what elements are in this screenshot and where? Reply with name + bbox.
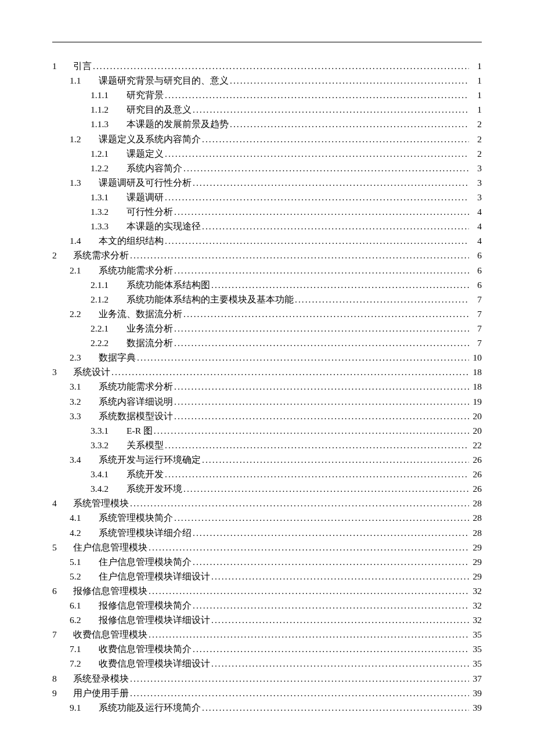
toc-entry[interactable]: 9用户使用手册39	[52, 686, 482, 700]
toc-page: 32	[469, 613, 482, 627]
toc-entry[interactable]: 4.2系统管理模块详细介绍28	[52, 525, 482, 540]
toc-entry[interactable]: 3.3.2关系模型22	[52, 438, 482, 452]
toc-title: 报修信息管理模块简介	[99, 598, 193, 613]
toc-entry[interactable]: 1.1.1研究背景1	[52, 88, 482, 102]
toc-number: 1.2.2	[91, 161, 127, 175]
toc-title: 住户信息管理模块简介	[99, 555, 193, 569]
toc-title: 报修信息管理模块	[73, 584, 149, 598]
toc-entry[interactable]: 6.1报修信息管理模块简介32	[52, 598, 482, 613]
toc-entry[interactable]: 2.1系统功能需求分析6	[52, 263, 482, 278]
toc-number: 1.1	[70, 73, 99, 88]
toc-page: 4	[469, 233, 482, 248]
toc-entry[interactable]: 1.3.1课题调研3	[52, 190, 482, 204]
toc-entry[interactable]: 3.4.1系统开发26	[52, 467, 482, 481]
toc-leader-dots	[202, 452, 469, 467]
toc-page: 22	[469, 438, 482, 452]
toc-page: 7	[469, 307, 482, 321]
toc-leader-dots	[174, 379, 469, 394]
toc-entry[interactable]: 8系统登录模块37	[52, 671, 482, 686]
toc-entry[interactable]: 9.1系统功能及运行环境简介39	[52, 700, 482, 715]
toc-number: 7	[52, 627, 73, 642]
toc-number: 3	[52, 365, 73, 379]
toc-title: 系统内容详细说明	[99, 394, 174, 409]
toc-title: 住户信息管理模块详细设计	[99, 569, 211, 584]
toc-entry[interactable]: 2.3数据字典10	[52, 350, 482, 365]
toc-number: 3.4	[70, 452, 99, 467]
toc-entry[interactable]: 1.3.3本课题的实现途径4	[52, 219, 482, 233]
toc-page: 29	[469, 569, 482, 584]
toc-title: 系统开发	[127, 467, 165, 481]
toc-title: 课题定义及系统内容简介	[99, 132, 202, 146]
toc-leader-dots	[202, 700, 469, 715]
toc-title: 住户信息管理模块	[73, 540, 149, 555]
toc-entry[interactable]: 1.3课题调研及可行性分析3	[52, 175, 482, 190]
toc-entry[interactable]: 1.1.3本课题的发展前景及趋势2	[52, 117, 482, 131]
toc-entry[interactable]: 7.2收费信息管理模块详细设计35	[52, 656, 482, 671]
toc-leader-dots	[149, 627, 469, 642]
toc-entry[interactable]: 1.2课题定义及系统内容简介2	[52, 132, 482, 146]
toc-leader-dots	[93, 59, 469, 73]
toc-number: 3.3.1	[91, 423, 127, 438]
toc-entry[interactable]: 1.3.2可行性分析4	[52, 204, 482, 219]
toc-entry[interactable]: 1.4本文的组织结构4	[52, 233, 482, 248]
toc-entry[interactable]: 3.1系统功能需求分析18	[52, 379, 482, 394]
toc-title: 收费信息管理模块	[73, 627, 149, 642]
toc-title: 收费信息管理模块简介	[99, 642, 193, 656]
toc-page: 3	[469, 175, 482, 190]
toc-number: 1	[52, 59, 73, 73]
toc-entry[interactable]: 3.4系统开发与运行环境确定26	[52, 452, 482, 467]
toc-page: 29	[469, 540, 482, 555]
toc-number: 3.4.2	[91, 481, 127, 496]
toc-entry[interactable]: 1引言1	[52, 59, 482, 73]
toc-entry[interactable]: 3.4.2系统开发环境26	[52, 481, 482, 496]
toc-entry[interactable]: 7.1收费信息管理模块简介35	[52, 642, 482, 656]
toc-entry[interactable]: 7收费信息管理模块35	[52, 627, 482, 642]
toc-entry[interactable]: 5.2住户信息管理模块详细设计29	[52, 569, 482, 584]
toc-number: 2.2	[70, 307, 99, 321]
toc-page: 7	[469, 292, 482, 307]
toc-leader-dots	[202, 219, 469, 233]
toc-entry[interactable]: 3系统设计18	[52, 365, 482, 379]
toc-number: 2.1	[70, 263, 99, 278]
toc-number: 5	[52, 540, 73, 555]
toc-leader-dots	[165, 438, 469, 452]
toc-entry[interactable]: 1.1课题研究背景与研究目的、意义1	[52, 73, 482, 88]
toc-entry[interactable]: 6报修信息管理模块32	[52, 584, 482, 598]
toc-entry[interactable]: 6.2报修信息管理模块详细设计32	[52, 613, 482, 627]
toc-title: 系统功能体系结构图	[127, 278, 211, 292]
toc-title: 研究背景	[127, 88, 165, 102]
toc-page: 6	[469, 278, 482, 292]
toc-entry[interactable]: 2.2业务流、数据流分析7	[52, 307, 482, 321]
toc-leader-dots	[183, 307, 469, 321]
toc-entry[interactable]: 3.3.1E-R 图20	[52, 423, 482, 438]
toc-entry[interactable]: 2.2.2数据流分析7	[52, 336, 482, 350]
toc-entry[interactable]: 4系统管理模块28	[52, 496, 482, 510]
toc-entry[interactable]: 1.1.2研究目的及意义1	[52, 102, 482, 117]
toc-title: 系统开发环境	[127, 481, 183, 496]
toc-leader-dots	[211, 569, 469, 584]
toc-number: 4	[52, 496, 73, 510]
toc-entry[interactable]: 3.3系统数据模型设计20	[52, 409, 482, 423]
toc-entry[interactable]: 2系统需求分析6	[52, 248, 482, 262]
toc-title: 数据字典	[99, 350, 137, 365]
toc-page: 39	[469, 700, 482, 715]
toc-title: 系统管理模块简介	[99, 510, 174, 525]
toc-title: 系统登录模块	[73, 671, 130, 686]
toc-entry[interactable]: 3.2系统内容详细说明19	[52, 394, 482, 409]
toc-entry[interactable]: 1.2.1课题定义2	[52, 146, 482, 161]
toc-entry[interactable]: 5.1住户信息管理模块简介29	[52, 555, 482, 569]
toc-number: 1.1.2	[91, 102, 127, 117]
toc-page: 35	[469, 642, 482, 656]
toc-entry[interactable]: 2.2.1业务流分析7	[52, 321, 482, 336]
toc-number: 4.1	[70, 510, 99, 525]
toc-entry[interactable]: 1.2.2系统内容简介3	[52, 161, 482, 175]
toc-entry[interactable]: 2.1.1系统功能体系结构图6	[52, 278, 482, 292]
toc-entry[interactable]: 5住户信息管理模块29	[52, 540, 482, 555]
toc-title: 系统内容简介	[127, 161, 183, 175]
toc-entry[interactable]: 4.1系统管理模块简介28	[52, 510, 482, 525]
toc-entry[interactable]: 2.1.2系统功能体系结构的主要模块及基本功能7	[52, 292, 482, 307]
toc-number: 2.2.2	[91, 336, 127, 350]
toc-number: 2.1.1	[91, 278, 127, 292]
toc-page: 2	[469, 146, 482, 161]
toc-leader-dots	[183, 161, 469, 175]
